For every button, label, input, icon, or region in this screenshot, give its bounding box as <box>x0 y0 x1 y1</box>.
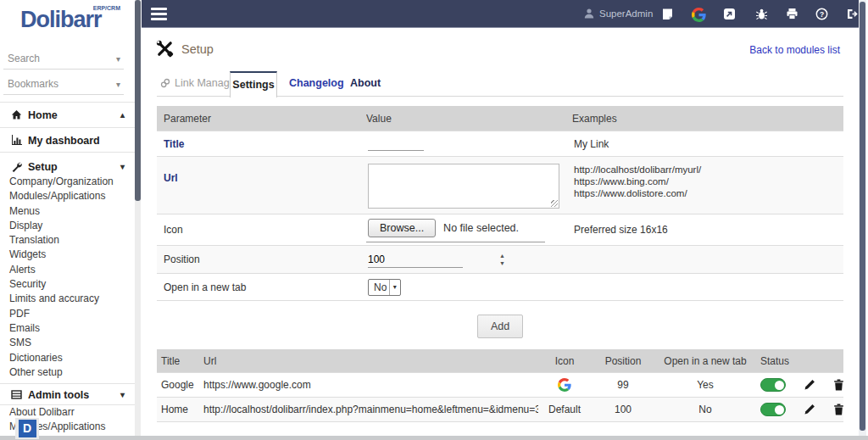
dashboard-label: My dashboard <box>28 135 100 147</box>
page-scrollbar[interactable] <box>859 0 866 440</box>
menu-item-emails[interactable]: Emails <box>0 321 135 336</box>
edit-pencil-icon[interactable] <box>804 404 815 415</box>
title-example: My Link <box>572 138 843 150</box>
menu-item-sms[interactable]: SMS <box>0 336 135 350</box>
logo-tagline: ERP/CRM <box>93 5 120 11</box>
status-toggle[interactable] <box>760 403 786 416</box>
form-row-icon: Icon Browse...No file selected. Preferre… <box>157 214 843 246</box>
url-example-1: http://localhost/dolibarr/myurl/ <box>574 164 843 175</box>
menu-item-limits[interactable]: Limits and accuracy <box>0 292 135 306</box>
menu-item-other-setup[interactable]: Other setup <box>0 365 135 380</box>
note-icon[interactable] <box>661 8 675 21</box>
bottom-border-strip <box>0 436 868 440</box>
user-menu[interactable]: SuperAdmin <box>583 0 653 28</box>
back-to-modules-link[interactable]: Back to modules list <box>749 44 840 56</box>
page-content: Setup Back to modules list Link Manager … <box>142 29 859 440</box>
newtab-select[interactable]: No▾ <box>368 279 401 296</box>
dolibarr-window: Dolibarr ERP/CRM Search ▾ Bookmarks ▾ Ho… <box>0 0 868 440</box>
menu-item-pdf[interactable]: PDF <box>0 307 135 321</box>
home-label: Home <box>28 109 58 121</box>
menu-item-display[interactable]: Display <box>0 219 135 233</box>
url-label: Url <box>157 157 366 184</box>
sidebar-scrollbar-thumb[interactable] <box>135 0 141 201</box>
position-input[interactable] <box>368 252 499 266</box>
bookmarks-dropdown[interactable]: Bookmarks ▾ <box>3 75 124 95</box>
top-navbar: SuperAdmin ? <box>142 0 859 28</box>
logout-icon[interactable] <box>846 8 860 21</box>
tab-settings[interactable]: Settings <box>230 71 277 97</box>
main-area: SuperAdmin ? <box>142 0 868 440</box>
cell-url: https://www.google.com <box>201 379 538 391</box>
browse-button[interactable]: Browse... <box>368 219 436 237</box>
delete-trash-icon[interactable] <box>833 379 844 391</box>
link-form-table: Parameter Value Examples Title My Link U… <box>157 106 843 301</box>
hamburger-icon[interactable] <box>151 7 167 20</box>
sidebar-item-admin-tools[interactable]: Admin tools ▾ <box>0 383 135 405</box>
chevron-up-icon: ▴ <box>120 103 125 128</box>
url-textarea[interactable] <box>368 164 559 209</box>
menu-item-dictionaries[interactable]: Dictionaries <box>0 351 135 365</box>
bookmarks-label: Bookmarks <box>8 78 58 90</box>
bug-icon[interactable] <box>755 8 769 21</box>
title-input[interactable] <box>368 136 424 151</box>
title-label: Title <box>157 138 366 150</box>
form-row-url: Url http://localhost/dolibarr/myurl/ htt… <box>157 157 843 214</box>
menu-item-company[interactable]: Company/Organization <box>0 175 135 189</box>
col-url: Url <box>201 355 538 367</box>
search-label: Search <box>8 53 40 64</box>
step-down-icon[interactable]: ▼ <box>499 259 505 267</box>
cell-position: 100 <box>591 404 655 415</box>
search-dropdown[interactable]: Search ▾ <box>3 49 124 70</box>
add-button[interactable]: Add <box>477 315 523 338</box>
menu-item-widgets[interactable]: Widgets <box>0 248 135 262</box>
form-row-position: Position ▲▼ <box>157 246 843 274</box>
table-row-home: Home http://localhost/dolibarr/index.php… <box>157 398 843 422</box>
col-position: Position <box>591 355 655 367</box>
delete-trash-icon[interactable] <box>833 404 844 415</box>
links-table: Title Url Icon Position Open in a new ta… <box>157 349 843 422</box>
menu-item-translation[interactable]: Translation <box>0 233 135 248</box>
status-toggle[interactable] <box>760 378 786 392</box>
sidebar-item-dashboard[interactable]: My dashboard <box>0 127 135 153</box>
tab-about[interactable]: About <box>350 71 381 97</box>
google-icon[interactable] <box>692 8 705 21</box>
home-icon <box>11 104 22 115</box>
tab-link-manager[interactable]: Link Manager <box>160 71 239 97</box>
sidebar: Dolibarr ERP/CRM Search ▾ Bookmarks ▾ Ho… <box>0 0 135 440</box>
sidebar-scrollbar[interactable] <box>135 0 141 440</box>
tab-changelog[interactable]: Changelog <box>289 71 344 97</box>
links-header-row: Title Url Icon Position Open in a new ta… <box>157 349 843 373</box>
cell-title: Google <box>157 379 201 391</box>
number-stepper[interactable]: ▲▼ <box>499 252 505 267</box>
tools-icon <box>156 40 174 58</box>
logo-text: Dolibarr <box>20 7 102 32</box>
col-icon: Icon <box>538 355 591 367</box>
tab-bar: Link Manager Settings Changelog About <box>157 71 843 97</box>
menu-item-menus[interactable]: Menus <box>0 204 135 219</box>
file-status-text: No file selected. <box>443 222 519 234</box>
help-icon[interactable]: ? <box>815 8 829 21</box>
page-header: Setup <box>156 40 214 62</box>
url-example-3: https://www.dolistore.com/ <box>574 187 843 199</box>
menu-item-alerts[interactable]: Alerts <box>0 263 135 277</box>
col-examples: Examples <box>572 113 843 125</box>
form-row-title: Title My Link <box>157 131 843 157</box>
newtab-selected-value: No <box>374 281 387 293</box>
dolibarr-logo[interactable]: Dolibarr ERP/CRM <box>20 7 122 41</box>
cell-title: Home <box>157 404 201 415</box>
resize-grip-icon[interactable] <box>551 200 558 207</box>
sidebar-item-home[interactable]: Home ▴ <box>0 102 135 127</box>
print-icon[interactable] <box>786 8 799 21</box>
edit-pencil-icon[interactable] <box>804 379 815 391</box>
menu-item-modules[interactable]: Modules/Applications <box>0 189 135 203</box>
link-icon <box>160 78 170 88</box>
step-up-icon[interactable]: ▲ <box>499 252 505 259</box>
page-scrollbar-thumb[interactable] <box>860 2 865 431</box>
external-link-icon[interactable] <box>723 8 737 21</box>
icon-example: Preferred size 16x16 <box>572 224 843 236</box>
wrench-icon <box>11 156 22 167</box>
menu-item-security[interactable]: Security <box>0 277 135 292</box>
list-icon <box>11 386 22 397</box>
url-examples: http://localhost/dolibarr/myurl/ https:/… <box>572 157 843 199</box>
url-example-2: https://www.bing.com/ <box>574 175 843 187</box>
